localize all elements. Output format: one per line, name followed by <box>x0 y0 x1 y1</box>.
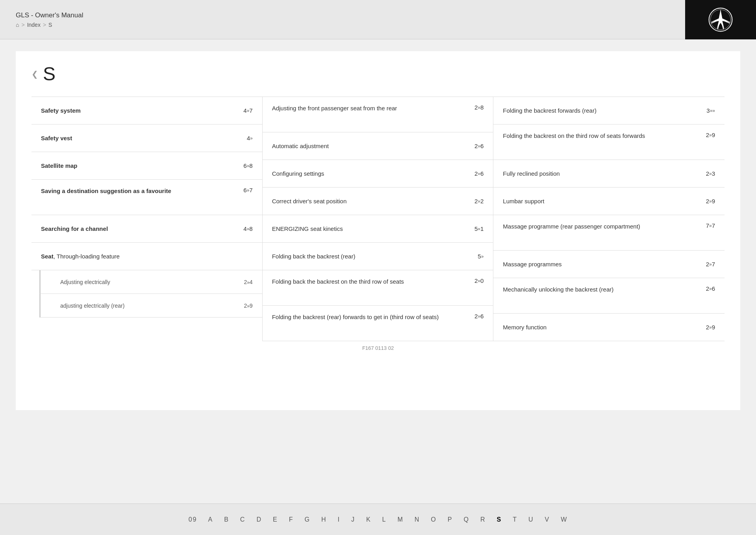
item-page: 4»8 <box>243 225 252 232</box>
alpha-Q[interactable]: Q <box>463 516 469 523</box>
alpha-F[interactable]: F <box>289 516 294 523</box>
item-page: 2»6 <box>706 285 715 292</box>
list-item[interactable]: Fully reclined position 2»3 <box>493 160 724 188</box>
list-item[interactable]: Safety system 4»7 <box>32 97 262 124</box>
item-text: Correct driver's seat position <box>272 197 471 205</box>
item-page: 5» <box>478 253 484 260</box>
item-text: Folding the backrest (rear) forwards to … <box>272 313 471 321</box>
header: GLS - Owner's Manual ⌂ > Index > S <box>0 0 756 39</box>
index-link[interactable]: Index <box>27 22 41 28</box>
list-item[interactable]: Folding the backrest on the third row of… <box>493 124 724 160</box>
sep1: > <box>21 22 24 28</box>
alpha-A[interactable]: A <box>208 516 213 523</box>
header-left: GLS - Owner's Manual ⌂ > Index > S <box>16 11 83 28</box>
item-page: 4»7 <box>243 107 252 114</box>
list-item[interactable]: Memory function 2»9 <box>493 314 724 341</box>
manual-title: GLS - Owner's Manual <box>16 11 83 19</box>
list-item[interactable]: Adjusting the front passenger seat from … <box>263 97 493 132</box>
list-item[interactable]: Searching for a channel 4»8 <box>32 215 262 243</box>
sub-item-text: Adjusting electrically <box>60 279 240 285</box>
list-item[interactable]: Configuring settings 2»6 <box>263 160 493 188</box>
item-text: Safety system <box>41 106 239 115</box>
item-text: Mechanically unlocking the backrest (rea… <box>503 285 702 294</box>
list-item[interactable]: Safety vest 4» <box>32 124 262 152</box>
item-text: Memory function <box>503 323 702 331</box>
alpha-N[interactable]: N <box>415 516 420 523</box>
section-letter: S <box>43 63 56 85</box>
item-text: Safety vest <box>41 134 243 142</box>
alpha-L[interactable]: L <box>382 516 387 523</box>
current-letter: S <box>48 22 52 28</box>
alpha-T[interactable]: T <box>513 516 517 523</box>
item-text: Automatic adjustment <box>272 142 471 150</box>
sub-list-item[interactable]: adjusting electrically (rear) 2»9 <box>39 294 262 318</box>
alpha-P[interactable]: P <box>448 516 453 523</box>
sub-item-page: 2»9 <box>244 303 252 309</box>
item-text: Satellite map <box>41 162 239 170</box>
main-content: ❮ S Safety system 4»7 Safety vest 4» Sat… <box>16 51 740 410</box>
list-item: Seat, Through-loading feature <box>32 243 262 270</box>
alpha-J[interactable]: J <box>351 516 355 523</box>
column-3: Folding the backrest forwards (rear) 3»»… <box>493 97 724 341</box>
home-icon[interactable]: ⌂ <box>16 22 19 28</box>
list-item[interactable]: ENERGIZING seat kinetics 5»1 <box>263 215 493 243</box>
item-page: 2»2 <box>474 198 484 204</box>
alpha-09[interactable]: 09 <box>189 516 197 523</box>
alpha-W[interactable]: W <box>561 516 567 523</box>
alpha-S[interactable]: S <box>497 516 502 523</box>
mercedes-logo <box>685 0 756 39</box>
alpha-D[interactable]: D <box>256 516 262 523</box>
alpha-C[interactable]: C <box>240 516 246 523</box>
list-item[interactable]: Folding the backrest forwards (rear) 3»» <box>493 97 724 124</box>
item-text: Massage programme (rear passenger compar… <box>503 222 702 230</box>
item-page: 6»7 <box>243 187 252 193</box>
item-page: 4» <box>247 135 253 141</box>
item-text: Searching for a channel <box>41 225 239 233</box>
item-text: Seat, Through-loading feature <box>41 252 249 260</box>
list-item[interactable]: Folding the backrest (rear) forwards to … <box>263 306 493 341</box>
item-page: 2»9 <box>706 198 715 204</box>
item-page: 2»6 <box>474 143 484 149</box>
item-page: 5»1 <box>474 225 484 232</box>
alpha-M[interactable]: M <box>397 516 403 523</box>
item-text: ENERGIZING seat kinetics <box>272 225 471 233</box>
alpha-E[interactable]: E <box>273 516 278 523</box>
footer-code: F167 0113 02 <box>32 341 724 355</box>
list-item[interactable]: Massage programmes 2»7 <box>493 251 724 278</box>
list-item[interactable]: Automatic adjustment 2»6 <box>263 132 493 160</box>
item-page: 2»3 <box>706 170 715 177</box>
item-page: 2»6 <box>474 170 484 177</box>
list-item[interactable]: Saving a destination suggestion as a fav… <box>32 180 262 215</box>
list-item[interactable]: Satellite map 6»8 <box>32 152 262 180</box>
sub-list-item[interactable]: Adjusting electrically 2»4 <box>39 270 262 294</box>
item-page: 2»6 <box>474 313 484 320</box>
alpha-U[interactable]: U <box>528 516 534 523</box>
list-item[interactable]: Lumbar support 2»9 <box>493 188 724 215</box>
sub-item-text: adjusting electrically (rear) <box>60 303 240 309</box>
column-1: Safety system 4»7 Safety vest 4» Satelli… <box>32 97 263 341</box>
alpha-O[interactable]: O <box>431 516 436 523</box>
item-text: Folding back the backrest on the third r… <box>272 277 471 286</box>
item-text: Adjusting the front passenger seat from … <box>272 104 471 112</box>
sub-item-page: 2»4 <box>244 279 252 285</box>
alpha-B[interactable]: B <box>224 516 229 523</box>
breadcrumb: ⌂ > Index > S <box>16 22 83 28</box>
list-item[interactable]: Folding back the backrest (rear) 5» <box>263 243 493 270</box>
item-page: 3»» <box>706 107 715 114</box>
list-item[interactable]: Massage programme (rear passenger compar… <box>493 215 724 251</box>
item-text: Massage programmes <box>503 260 702 268</box>
prev-letter-button[interactable]: ❮ <box>32 69 38 79</box>
alpha-H[interactable]: H <box>321 516 327 523</box>
item-text: Saving a destination suggestion as a fav… <box>41 187 239 195</box>
alpha-I[interactable]: I <box>337 516 340 523</box>
list-item[interactable]: Folding back the backrest on the third r… <box>263 270 493 306</box>
alpha-R[interactable]: R <box>480 516 486 523</box>
alpha-K[interactable]: K <box>366 516 371 523</box>
alpha-G[interactable]: G <box>304 516 310 523</box>
list-item[interactable]: Correct driver's seat position 2»2 <box>263 188 493 215</box>
alpha-V[interactable]: V <box>545 516 550 523</box>
list-item[interactable]: Mechanically unlocking the backrest (rea… <box>493 278 724 314</box>
mercedes-star-icon <box>708 7 733 32</box>
item-page: 2»9 <box>706 324 715 331</box>
item-text: Lumbar support <box>503 197 702 205</box>
